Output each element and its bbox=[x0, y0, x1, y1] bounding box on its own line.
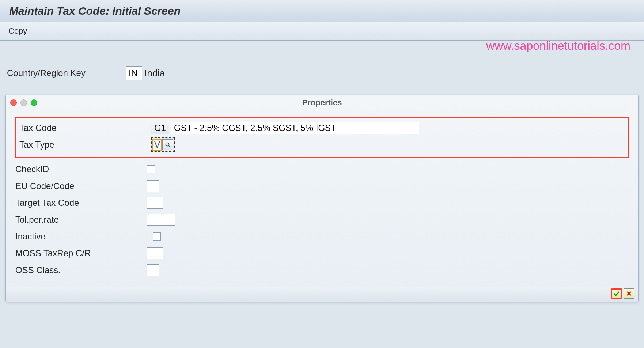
eu-code-input[interactable] bbox=[147, 180, 159, 192]
oss-input[interactable] bbox=[147, 264, 159, 276]
tol-rate-row: Tol.per.rate bbox=[15, 211, 629, 228]
target-tax-label: Target Tax Code bbox=[15, 198, 147, 208]
oss-row: OSS Class. bbox=[15, 262, 629, 279]
traffic-lights bbox=[10, 99, 37, 106]
moss-input[interactable] bbox=[147, 247, 163, 259]
country-label: Country/Region Key bbox=[2, 68, 126, 78]
page-title: Maintain Tax Code: Initial Screen bbox=[9, 5, 635, 17]
properties-dialog: Properties Tax Code G1 Tax Type bbox=[5, 95, 639, 302]
svg-point-0 bbox=[166, 143, 169, 146]
search-icon bbox=[165, 142, 171, 148]
dialog-titlebar: Properties bbox=[6, 95, 638, 110]
tax-type-label: Tax Type bbox=[19, 140, 151, 150]
dialog-footer bbox=[6, 287, 638, 302]
inactive-checkbox[interactable] bbox=[153, 232, 161, 241]
eu-code-label: EU Code/Code bbox=[15, 181, 147, 191]
eu-code-row: EU Code/Code bbox=[15, 178, 629, 194]
dialog-body: Tax Code G1 Tax Type bbox=[6, 110, 638, 287]
tax-code-label: Tax Code bbox=[19, 123, 151, 133]
watermark-text: www.saponlinetutorials.com bbox=[486, 39, 630, 53]
copy-button[interactable]: Copy bbox=[8, 26, 27, 35]
tax-code-description-input[interactable] bbox=[171, 122, 419, 134]
tax-type-input[interactable] bbox=[152, 139, 162, 151]
svg-line-1 bbox=[169, 146, 170, 147]
country-code-field[interactable]: IN bbox=[126, 66, 142, 80]
moss-label: MOSS TaxRep C/R bbox=[15, 248, 147, 258]
target-tax-row: Target Tax Code bbox=[15, 194, 629, 211]
search-help-button[interactable] bbox=[162, 139, 173, 150]
country-name-text: India bbox=[144, 68, 165, 79]
moss-row: MOSS TaxRep C/R bbox=[15, 245, 629, 262]
check-icon bbox=[613, 291, 620, 296]
app-window: Maintain Tax Code: Initial Screen Copy w… bbox=[0, 0, 644, 348]
inactive-label: Inactive bbox=[15, 231, 147, 242]
cross-icon bbox=[626, 291, 632, 296]
country-row: Country/Region Key IN India bbox=[2, 66, 642, 80]
highlighted-fields: Tax Code G1 Tax Type bbox=[15, 117, 629, 158]
cancel-button[interactable] bbox=[624, 288, 634, 299]
checkid-label: CheckID bbox=[15, 164, 147, 174]
tax-code-row: Tax Code G1 bbox=[19, 120, 625, 136]
tol-rate-label: Tol.per.rate bbox=[15, 215, 147, 225]
main-area: www.saponlinetutorials.com Country/Regio… bbox=[0, 41, 644, 80]
dialog-title: Properties bbox=[6, 98, 638, 107]
target-tax-input[interactable] bbox=[147, 197, 163, 209]
tax-code-field[interactable]: G1 bbox=[151, 122, 169, 134]
title-bar: Maintain Tax Code: Initial Screen bbox=[0, 0, 644, 22]
inactive-row: Inactive bbox=[15, 228, 629, 245]
minimize-icon bbox=[20, 99, 27, 106]
checkid-checkbox[interactable] bbox=[147, 165, 155, 173]
oss-label: OSS Class. bbox=[15, 265, 147, 275]
tax-type-row: Tax Type bbox=[19, 136, 625, 153]
tol-rate-input[interactable] bbox=[147, 214, 175, 226]
checkid-row: CheckID bbox=[15, 161, 629, 178]
maximize-icon[interactable] bbox=[31, 99, 37, 106]
close-icon[interactable] bbox=[10, 99, 17, 106]
confirm-button[interactable] bbox=[611, 288, 622, 299]
tax-type-field-wrapper bbox=[151, 137, 175, 152]
toolbar: Copy bbox=[0, 22, 644, 41]
